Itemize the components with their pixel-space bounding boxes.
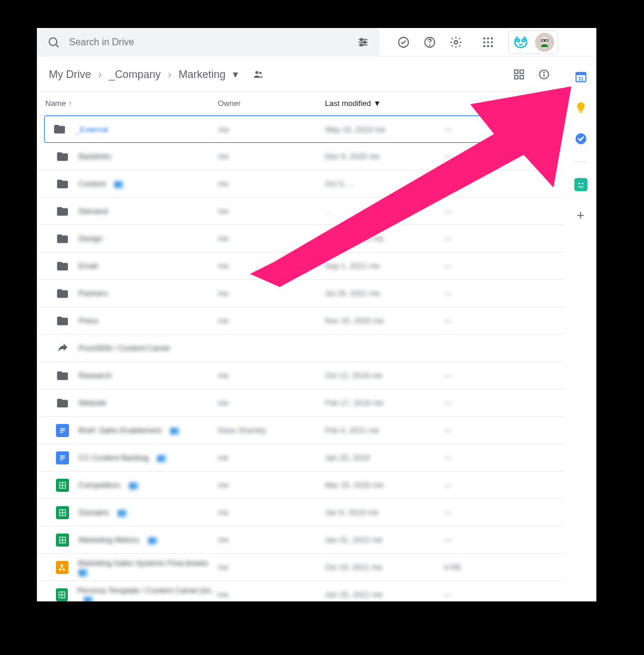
file-name: Website <box>79 398 107 407</box>
keep-icon[interactable] <box>569 96 593 120</box>
breadcrumb-item[interactable]: My Drive <box>45 66 95 83</box>
breadcrumb-item[interactable]: _Company <box>105 66 164 83</box>
arrow-down-icon: ▼ <box>373 99 381 108</box>
file-size: — <box>444 261 515 270</box>
folder-icon <box>56 369 69 382</box>
file-size: — <box>444 371 515 380</box>
table-row[interactable]: Partners me Jul 26, 2021 me — <box>37 280 564 307</box>
folder-icon <box>56 314 69 328</box>
file-owner: me <box>218 398 325 407</box>
file-size: — <box>444 508 515 517</box>
topbar-actions <box>392 30 558 54</box>
people-icon[interactable] <box>246 63 270 86</box>
table-row[interactable]: Research me Oct 12, 2019 me — <box>37 362 564 389</box>
dropdown-icon[interactable]: ▾ <box>233 68 238 81</box>
table-row[interactable]: PureSEM / Content Camel <box>37 335 564 362</box>
table-row[interactable]: Domains ⠀👥 me Jan 6, 2019 me — <box>37 499 564 526</box>
file-size: — <box>444 481 515 489</box>
file-size: — <box>445 125 516 134</box>
file-name: CC Content Backlog ⠀👥 <box>79 453 166 462</box>
svg-point-22 <box>522 39 524 41</box>
table-row[interactable]: Website me Feb 17, 2019 me — <box>37 389 564 417</box>
folder-icon <box>56 205 69 218</box>
add-addon-button[interactable]: + <box>569 204 593 227</box>
svg-line-55 <box>60 566 62 569</box>
table-row[interactable]: Design me Feb 15, 2021 me — <box>37 225 564 252</box>
file-size: 4 KB <box>444 563 515 572</box>
file-modified: Feb 15, 2021 me <box>325 234 444 243</box>
table-row[interactable]: CC Content Backlog ⠀👥 me Jan 20, 2019 — <box>37 444 564 472</box>
file-owner: me <box>218 261 325 270</box>
file-size: — <box>444 535 515 544</box>
file-modified: Jan 6, 2019 me <box>325 508 444 517</box>
svg-point-20 <box>491 45 493 47</box>
svg-point-28 <box>255 71 258 74</box>
file-size: — <box>444 453 515 462</box>
svg-line-56 <box>62 566 64 569</box>
file-modified: Dec 9, 2020 me <box>325 152 444 161</box>
svg-point-18 <box>483 45 486 47</box>
breadcrumb-item-current[interactable]: Marketing <box>175 66 229 83</box>
svg-point-17 <box>491 41 493 43</box>
svg-point-69 <box>578 183 580 185</box>
offline-ready-icon[interactable] <box>392 30 415 54</box>
svg-point-16 <box>487 41 489 43</box>
gear-icon[interactable] <box>444 30 468 54</box>
top-bar <box>37 28 596 57</box>
calendar-icon[interactable]: 31 <box>569 65 593 89</box>
search-icon[interactable] <box>42 30 65 54</box>
svg-rect-39 <box>60 432 63 433</box>
file-modified: Mar 15, 2020 me <box>325 481 444 489</box>
info-icon[interactable] <box>532 63 556 86</box>
user-avatar[interactable] <box>535 33 554 52</box>
file-modified: Feb 17, 2019 me <box>325 398 444 407</box>
file-name: Demand <box>79 207 108 216</box>
column-name[interactable]: Name ↑ <box>45 99 218 108</box>
file-owner: me <box>218 371 325 380</box>
table-row[interactable]: Backlinks me Dec 9, 2020 me — <box>37 143 564 170</box>
search-input[interactable] <box>65 37 351 48</box>
file-owner: me <box>218 152 325 161</box>
svg-rect-31 <box>520 70 524 74</box>
tasks-icon[interactable] <box>569 127 593 151</box>
table-row[interactable]: Brief: Sales Enablement ⠀👥 Dave Shanley … <box>37 417 564 444</box>
account-switcher[interactable] <box>508 30 558 54</box>
table-row[interactable]: Email me Sep 1, 2021 me — <box>37 252 564 280</box>
breadcrumb-bar: My Drive › _Company › Marketing ▾ <box>37 57 564 92</box>
file-modified: Sep 1, 2021 me <box>325 261 444 270</box>
file-name: Press <box>79 316 98 325</box>
file-modified: May 16, 2019 me <box>326 125 445 134</box>
table-row[interactable]: Persona Template / Content Camel (int...… <box>37 581 564 601</box>
search-box[interactable] <box>37 28 380 57</box>
table-row[interactable]: Marketing Metrics ⠀👥 me Jan 31, 2022 me … <box>37 526 564 554</box>
svg-point-26 <box>542 39 544 42</box>
file-size: — <box>444 398 515 407</box>
file-name: Content ⠀👥 <box>79 179 123 188</box>
svg-rect-64 <box>576 73 586 76</box>
tune-icon[interactable] <box>351 30 375 54</box>
table-row[interactable]: Demand me ... — <box>37 198 564 225</box>
side-panel-separator <box>574 161 588 162</box>
column-owner[interactable]: Owner <box>218 99 325 108</box>
column-last-modified[interactable]: Last modified ▼ <box>325 99 444 108</box>
file-name: Marketing Metrics ⠀👥 <box>79 535 157 544</box>
file-modified: Oct 5, ... <box>325 179 444 188</box>
table-row[interactable]: Competitors ⠀👥 me Mar 15, 2020 me — <box>37 472 564 499</box>
apps-grid-icon[interactable] <box>476 30 500 54</box>
svg-point-29 <box>259 71 261 74</box>
file-name: PureSEM / Content Camel <box>79 344 170 353</box>
main-area: My Drive › _Company › Marketing ▾ <box>37 57 596 601</box>
table-row[interactable]: Content ⠀👥 me Oct 5, ... — <box>37 170 564 198</box>
folder-icon <box>56 150 69 163</box>
help-icon[interactable] <box>418 30 442 54</box>
svg-point-6 <box>364 41 366 43</box>
svg-point-13 <box>487 37 489 39</box>
addon-camel-icon[interactable] <box>569 173 593 196</box>
table-row[interactable]: Marketing Sales Systems Flow.drawio ⠀👥 m… <box>37 554 564 581</box>
file-modified: ... <box>325 207 444 216</box>
table-row[interactable]: _External me May 16, 2019 me — <box>44 116 557 143</box>
grid-view-icon[interactable] <box>507 63 531 86</box>
svg-rect-42 <box>60 459 63 460</box>
table-row[interactable]: Press me Nov 10, 2020 me — <box>37 307 564 335</box>
file-modified: Jan 31, 2022 me <box>325 535 444 544</box>
